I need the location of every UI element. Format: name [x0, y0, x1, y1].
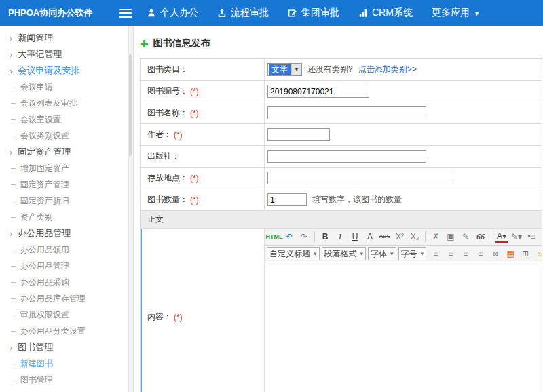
underline-button[interactable]: U [348, 230, 362, 243]
redo-button[interactable]: ↷ [297, 230, 311, 243]
link-button[interactable]: ∞ [489, 247, 502, 260]
sidebar-item-fixed-assets[interactable]: 固定资产管理 [0, 144, 133, 160]
sidebar-item-supplies-claim[interactable]: 办公用品领用 [0, 241, 133, 258]
menu-marker-icon [10, 342, 18, 353]
body-section-label: 正文 [141, 211, 164, 228]
required-mark: (*) [174, 313, 183, 322]
nav-process-approval[interactable]: 流程审批 [217, 7, 269, 19]
required-mark: (*) [190, 174, 199, 183]
sidebar-item-office-supplies[interactable]: 办公用品管理 [0, 225, 133, 241]
nav-crm-system[interactable]: CRM系统 [358, 7, 413, 19]
page-title-row: ✚ 图书信息发布 [140, 37, 543, 50]
sidebar-item-add-fixed-asset[interactable]: 增加固定资产 [0, 160, 133, 176]
menu-marker-icon [10, 147, 18, 157]
table-button[interactable]: ⊞ [519, 247, 532, 260]
emoticon-button[interactable]: ☺ [533, 247, 542, 260]
sidebar-item-supplies-category-settings[interactable]: 办公用品分类设置 [0, 323, 133, 339]
sidebar-item-fixed-asset-depreciation[interactable]: 固定资产折旧 [0, 193, 133, 209]
sidebar-item-meeting-category-settings[interactable]: 会议类别设置 [0, 128, 133, 144]
caret-down-icon: ▾ [475, 9, 479, 17]
location-input[interactable] [267, 172, 453, 184]
sidebar-item-label: 会议申请 [20, 81, 53, 93]
sidebar-item-meeting-list-approval[interactable]: 会议列表及审批 [0, 95, 133, 111]
body-section-header: 正文 [141, 211, 542, 229]
font-color-button[interactable]: A▾ [495, 231, 508, 243]
sidebar-item-approval-permission-settings[interactable]: 审批权限设置 [0, 307, 133, 323]
sidebar-item-book-management-sub[interactable]: 图书管理 [0, 372, 133, 388]
quantity-label: 图书数量： [147, 194, 188, 205]
sidebar-item-fixed-asset-management[interactable]: 固定资产管理 [0, 176, 133, 193]
sidebar-item-meeting-apply-arrange[interactable]: 会议申请及安排 [0, 62, 133, 79]
content-label: 内容： [147, 311, 172, 323]
book-no-input[interactable] [267, 85, 369, 98]
sidebar-item-events-management[interactable]: 大事记管理 [0, 46, 133, 62]
sidebar-item-label: 新建图书 [20, 358, 53, 370]
editor-content-area[interactable] [265, 262, 542, 392]
editor-toolbar-row2: 自定义标题段落格式字体字号 ≡≡≡≡∞▦⊞☺ [265, 246, 542, 262]
rich-text-editor: HTML↶↷BIUAABCX²X₂✗▣✎66A▾✎▾•≡1≡ 自定义标题段落格式… [265, 229, 542, 392]
sidebar-item-label: 会议申请及安排 [18, 64, 79, 77]
sidebar-item-news-management[interactable]: 新闻管理 [0, 30, 133, 46]
unordered-list-button[interactable]: •≡ [525, 230, 538, 243]
category-select[interactable]: 文学 ▼ [267, 63, 302, 76]
paragraph-format-select[interactable]: 段落格式 [322, 247, 367, 260]
category-select-value: 文学 [269, 64, 291, 75]
sidebar-item-asset-category[interactable]: 资产类别 [0, 209, 133, 225]
paste-button[interactable]: ▣ [444, 230, 457, 243]
nav-label: 更多应用 [432, 7, 470, 19]
required-mark: (*) [190, 87, 199, 96]
sidebar-item-label: 大事记管理 [18, 48, 62, 60]
sidebar-item-supplies-management[interactable]: 办公用品管理 [0, 258, 133, 274]
sidebar-item-new-book[interactable]: 新建图书 [0, 355, 133, 372]
add-category-link[interactable]: 点击添加类别>> [358, 64, 417, 75]
menu-marker-icon [10, 50, 18, 60]
highlight-color-button[interactable]: ✎▾ [510, 230, 523, 243]
nav-personal-office[interactable]: 个人办公 [147, 7, 198, 19]
form-row-location: 存放地点： (*) [141, 168, 542, 189]
align-justify-button[interactable]: ≡ [474, 247, 487, 260]
sidebar-item-meeting-apply[interactable]: 会议申请 [0, 79, 133, 95]
sidebar-item-supplies-inventory[interactable]: 办公用品库存管理 [0, 290, 133, 307]
sidebar-scrollbar[interactable] [128, 26, 133, 392]
sidebar-item-meeting-room-settings[interactable]: 会议室设置 [0, 111, 133, 128]
sidebar-item-supplies-purchase[interactable]: 办公用品采购 [0, 274, 133, 290]
menu-icon[interactable] [119, 9, 132, 18]
custom-heading-select[interactable]: 自定义标题 [267, 247, 320, 260]
sidebar-item-label: 办公用品库存管理 [20, 293, 86, 305]
sidebar-item-label: 办公用品领用 [20, 244, 69, 256]
italic-button[interactable]: I [333, 230, 347, 243]
menu-marker-icon [11, 245, 20, 254]
align-right-button[interactable]: ≡ [459, 247, 472, 260]
sidebar-item-label: 会议列表及审批 [20, 98, 77, 109]
image-button[interactable]: ▦ [504, 247, 517, 260]
spellcheck-strike-button[interactable]: ABC [378, 230, 392, 243]
subscript-button[interactable]: X₂ [408, 230, 422, 243]
ordered-list-button[interactable]: 1≡ [540, 230, 542, 243]
book-name-input[interactable] [267, 106, 426, 119]
align-center-button[interactable]: ≡ [444, 247, 457, 260]
font-size-select[interactable]: 字号 [398, 247, 427, 260]
sidebar-item-book-management[interactable]: 图书管理 [0, 339, 133, 355]
nav-group-approval[interactable]: 集团审批 [288, 7, 339, 19]
align-left-button[interactable]: ≡ [429, 247, 443, 260]
format-brush-button[interactable]: ✎ [459, 230, 472, 243]
font-family-select[interactable]: 字体 [368, 247, 396, 260]
strikethrough-button[interactable]: A [363, 230, 377, 243]
undo-button[interactable]: ↶ [282, 230, 296, 243]
scrollbar-thumb[interactable] [129, 54, 132, 156]
remove-format-button[interactable]: ✗ [429, 230, 443, 243]
menu-marker-icon [11, 310, 20, 319]
required-mark: (*) [174, 130, 183, 140]
html-source-button[interactable]: HTML [267, 230, 281, 243]
publisher-input[interactable] [267, 150, 426, 163]
menu-marker-icon [11, 326, 20, 336]
author-input[interactable] [267, 128, 330, 141]
nav-more-apps[interactable]: 更多应用 ▾ [432, 7, 479, 19]
quantity-input[interactable] [267, 193, 307, 206]
superscript-button[interactable]: X² [393, 230, 407, 243]
menu-marker-icon [11, 359, 20, 368]
category-hint: 还没有类别? [307, 64, 353, 75]
quantity-hint: 填写数字，该图书的数量 [312, 194, 402, 205]
bold-button[interactable]: B [318, 230, 332, 243]
blockquote-button[interactable]: 66 [474, 230, 487, 243]
